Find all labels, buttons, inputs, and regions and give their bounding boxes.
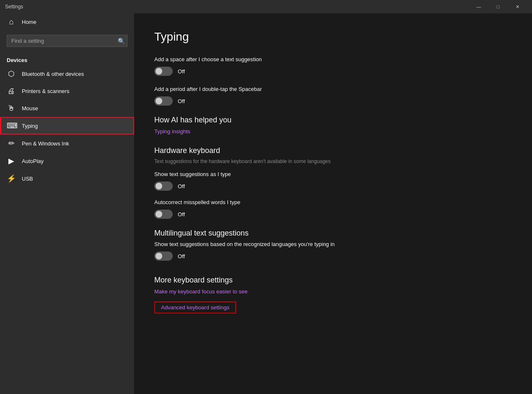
printer-icon: 🖨 bbox=[7, 87, 16, 96]
pen-icon: ✏ bbox=[7, 139, 16, 148]
autoplay-label: AutoPlay bbox=[22, 158, 44, 164]
keyboard-focus-link[interactable]: Make my keyboard focus easier to see bbox=[154, 288, 248, 295]
multilingual-section: Multilingual text suggestions Show text … bbox=[154, 229, 512, 261]
sidebar: ⌂ Home 🔍 Devices ⬡ Bluetooth & other dev… bbox=[0, 13, 134, 394]
toggle-knob bbox=[156, 98, 162, 104]
usb-label: USB bbox=[22, 176, 33, 182]
setting-space-after: Add a space after I choose a text sugges… bbox=[154, 56, 512, 76]
toggle-knob bbox=[156, 253, 162, 259]
maximize-button[interactable]: □ bbox=[488, 0, 508, 13]
show-text-state: Off bbox=[178, 183, 185, 189]
more-section: More keyboard settings Make my keyboard … bbox=[154, 276, 512, 314]
period-after-toggle-row: Off bbox=[154, 96, 512, 106]
multilingual-label: Show text suggestions based on the recog… bbox=[154, 241, 512, 247]
show-text-toggle-row: Off bbox=[154, 181, 512, 191]
advanced-keyboard-link[interactable]: Advanced keyboard settings bbox=[154, 301, 236, 314]
search-icon[interactable]: 🔍 bbox=[118, 38, 125, 44]
close-button[interactable]: ✕ bbox=[508, 0, 527, 13]
multilingual-toggle[interactable] bbox=[154, 251, 173, 261]
more-title: More keyboard settings bbox=[154, 276, 512, 285]
space-after-toggle[interactable] bbox=[154, 67, 173, 76]
autocorrect-toggle-row: Off bbox=[154, 210, 512, 219]
period-after-state: Off bbox=[178, 98, 185, 104]
autocorrect-label: Autocorrect misspelled words I type bbox=[154, 199, 512, 205]
page-title: Typing bbox=[154, 30, 512, 44]
sidebar-item-usb[interactable]: ⚡ USB bbox=[0, 170, 134, 187]
sidebar-item-mouse[interactable]: 🖱 Mouse bbox=[0, 100, 134, 117]
hardware-section: Hardware keyboard Text suggestions for t… bbox=[154, 146, 512, 219]
show-text-toggle[interactable] bbox=[154, 181, 173, 191]
bluetooth-label: Bluetooth & other devices bbox=[22, 71, 84, 77]
sidebar-item-autoplay[interactable]: ▶ AutoPlay bbox=[0, 152, 134, 170]
period-after-label: Add a period after I double-tap the Spac… bbox=[154, 86, 512, 92]
sidebar-section-title: Devices bbox=[0, 54, 134, 65]
ai-title: How AI has helped you bbox=[154, 116, 512, 124]
minimize-button[interactable]: — bbox=[469, 0, 488, 13]
show-text-label: Show text suggestions as I type bbox=[154, 171, 512, 177]
mouse-label: Mouse bbox=[22, 105, 38, 111]
period-after-toggle[interactable] bbox=[154, 96, 173, 106]
toggle-knob bbox=[156, 183, 162, 189]
space-after-toggle-row: Off bbox=[154, 67, 512, 76]
sidebar-item-typing[interactable]: ⌨ Typing bbox=[0, 117, 134, 135]
usb-icon: ⚡ bbox=[7, 174, 16, 183]
search-input[interactable] bbox=[7, 35, 127, 47]
hardware-title: Hardware keyboard bbox=[154, 146, 512, 155]
sidebar-item-home[interactable]: ⌂ Home bbox=[0, 13, 134, 31]
typing-icon: ⌨ bbox=[7, 121, 16, 130]
autocorrect-toggle[interactable] bbox=[154, 210, 173, 219]
mouse-icon: 🖱 bbox=[7, 104, 16, 113]
hardware-desc: Text suggestions for the hardware keyboa… bbox=[154, 158, 512, 164]
ai-section: How AI has helped you Typing insights bbox=[154, 116, 512, 135]
sidebar-item-pen[interactable]: ✏ Pen & Windows Ink bbox=[0, 135, 134, 152]
multilingual-state: Off bbox=[178, 253, 185, 259]
home-label: Home bbox=[22, 19, 36, 25]
main-layout: ⌂ Home 🔍 Devices ⬡ Bluetooth & other dev… bbox=[0, 13, 532, 394]
home-icon: ⌂ bbox=[7, 18, 16, 26]
toggle-knob bbox=[156, 68, 162, 75]
autocorrect-state: Off bbox=[178, 211, 185, 218]
printers-label: Printers & scanners bbox=[22, 88, 69, 94]
typing-label: Typing bbox=[22, 123, 38, 129]
pen-label: Pen & Windows Ink bbox=[22, 140, 69, 147]
content-area: Typing Add a space after I choose a text… bbox=[134, 13, 532, 394]
titlebar: Settings — □ ✕ bbox=[0, 0, 532, 13]
sidebar-item-bluetooth[interactable]: ⬡ Bluetooth & other devices bbox=[0, 65, 134, 83]
autoplay-icon: ▶ bbox=[7, 156, 16, 166]
multilingual-title: Multilingual text suggestions bbox=[154, 229, 512, 238]
typing-insights-link[interactable]: Typing insights bbox=[154, 128, 190, 135]
toggle-knob bbox=[156, 211, 162, 218]
app-title: Settings bbox=[5, 4, 469, 10]
window-controls: — □ ✕ bbox=[469, 0, 527, 13]
sidebar-item-printers[interactable]: 🖨 Printers & scanners bbox=[0, 83, 134, 100]
search-box: 🔍 bbox=[7, 35, 127, 47]
space-after-label: Add a space after I choose a text sugges… bbox=[154, 56, 512, 62]
setting-period-after: Add a period after I double-tap the Spac… bbox=[154, 86, 512, 106]
bluetooth-icon: ⬡ bbox=[7, 69, 16, 78]
multilingual-toggle-row: Off bbox=[154, 251, 512, 261]
space-after-state: Off bbox=[178, 68, 185, 75]
